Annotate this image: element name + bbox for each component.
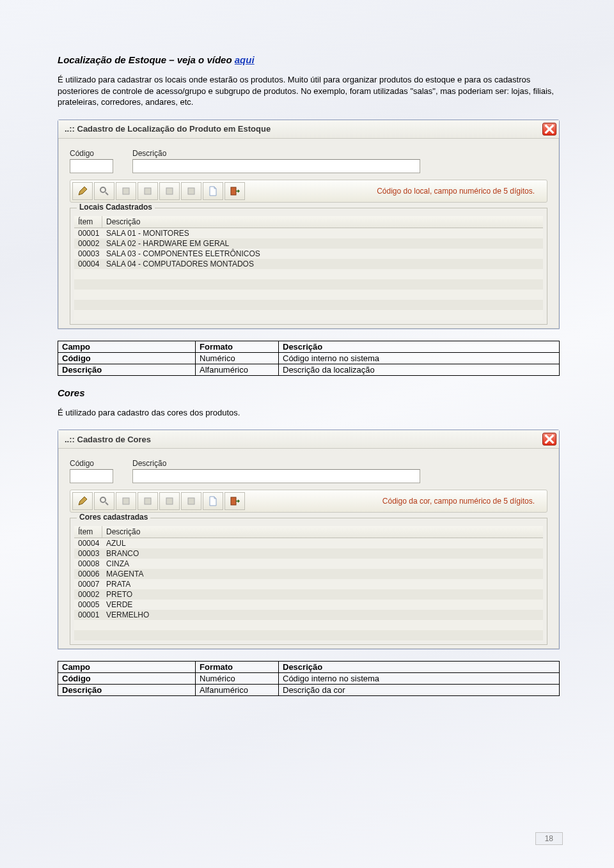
cell-item: 00003 bbox=[74, 249, 102, 259]
exit-icon bbox=[230, 496, 240, 506]
svg-rect-4 bbox=[188, 188, 194, 194]
table-row[interactable]: 00002SALA 02 - HARDWARE EM GERAL bbox=[74, 238, 543, 249]
toolbar-status: Código do local, campo numérico de 5 díg… bbox=[246, 187, 545, 196]
page-icon bbox=[208, 186, 218, 196]
input-descricao[interactable] bbox=[132, 159, 420, 173]
grid-header: Ítem Descrição bbox=[74, 526, 543, 538]
table-row-empty bbox=[74, 300, 543, 310]
svg-rect-2 bbox=[145, 188, 151, 194]
table-row[interactable]: 00001SALA 01 - MONITORES bbox=[74, 228, 543, 238]
toolbar-status: Código da cor, campo numérico de 5 dígit… bbox=[246, 497, 545, 506]
toolbar-btn-6[interactable] bbox=[181, 492, 201, 510]
input-codigo[interactable] bbox=[70, 159, 113, 173]
toolbar-btn-exit[interactable] bbox=[224, 492, 245, 510]
svg-rect-7 bbox=[123, 498, 129, 504]
toolbar-btn-3[interactable] bbox=[116, 492, 136, 510]
table-row[interactable]: 00007PRATA bbox=[74, 579, 543, 589]
table-row[interactable]: 00003BRANCO bbox=[74, 548, 543, 559]
col-item[interactable]: Ítem bbox=[74, 526, 102, 538]
svg-rect-9 bbox=[166, 498, 173, 504]
table-row[interactable]: 00002PRETO bbox=[74, 589, 543, 600]
cell-item: 00004 bbox=[74, 259, 102, 269]
toolbar-btn-5[interactable] bbox=[159, 492, 180, 510]
field-table-1: CampoFormatoDescrição CódigoNuméricoCódi… bbox=[58, 341, 560, 376]
exit-icon bbox=[230, 186, 240, 196]
window-title: ..:: Cadastro de Cores bbox=[65, 435, 151, 444]
cell-item: 00006 bbox=[74, 569, 102, 579]
video-link[interactable]: aqui bbox=[235, 54, 255, 65]
cell-desc: VERMELHO bbox=[102, 610, 543, 620]
svg-rect-5 bbox=[231, 187, 236, 195]
svg-rect-11 bbox=[231, 497, 236, 505]
toolbar-btn-3[interactable] bbox=[116, 182, 136, 200]
table-row[interactable]: 00005VERDE bbox=[74, 600, 543, 610]
square-icon bbox=[186, 496, 196, 506]
titlebar: ..:: Cadastro de Localização do Produto … bbox=[58, 120, 559, 139]
table-row[interactable]: 00008CINZA bbox=[74, 559, 543, 569]
toolbar: Código da cor, campo numérico de 5 dígit… bbox=[70, 490, 547, 513]
toolbar-btn-edit[interactable] bbox=[72, 492, 93, 510]
titlebar: ..:: Cadastro de Cores bbox=[58, 430, 559, 449]
table-row[interactable]: 00006MAGENTA bbox=[74, 569, 543, 579]
square-icon bbox=[186, 186, 196, 196]
th-campo: Campo bbox=[58, 662, 196, 673]
input-codigo[interactable] bbox=[70, 469, 113, 483]
table-row[interactable]: 00001VERMELHO bbox=[74, 610, 543, 620]
window-cadastro-cores: ..:: Cadastro de Cores Código Descrição bbox=[58, 430, 560, 649]
search-icon bbox=[99, 496, 109, 506]
close-icon bbox=[544, 124, 555, 134]
square-icon bbox=[164, 186, 175, 196]
toolbar-btn-new[interactable] bbox=[203, 492, 223, 510]
svg-point-6 bbox=[100, 497, 106, 502]
group-locais: Locais Cadastrados Ítem Descrição 00001S… bbox=[70, 208, 547, 325]
toolbar: Código do local, campo numérico de 5 díg… bbox=[70, 180, 547, 203]
td: Código interno no sistema bbox=[279, 352, 560, 364]
page-icon bbox=[208, 496, 218, 506]
cell-desc: SALA 02 - HARDWARE EM GERAL bbox=[102, 238, 543, 249]
cell-desc: CINZA bbox=[102, 559, 543, 569]
svg-point-0 bbox=[100, 187, 106, 192]
toolbar-btn-6[interactable] bbox=[181, 182, 201, 200]
table-row[interactable]: 00004SALA 04 - COMPUTADORES MONTADOS bbox=[74, 259, 543, 269]
toolbar-btn-exit[interactable] bbox=[224, 182, 245, 200]
svg-rect-3 bbox=[166, 188, 173, 194]
toolbar-btn-search[interactable] bbox=[94, 182, 114, 200]
toolbar-btn-4[interactable] bbox=[138, 182, 158, 200]
svg-rect-10 bbox=[188, 498, 194, 504]
toolbar-btn-5[interactable] bbox=[159, 182, 180, 200]
table-row-empty bbox=[74, 269, 543, 279]
input-descricao[interactable] bbox=[132, 469, 420, 483]
svg-rect-1 bbox=[123, 188, 129, 194]
cell-item: 00007 bbox=[74, 579, 102, 589]
square-icon bbox=[164, 496, 175, 506]
cell-desc: BRANCO bbox=[102, 548, 543, 559]
td: Código interno no sistema bbox=[279, 673, 560, 685]
square-icon bbox=[143, 496, 153, 506]
cell-desc: SALA 04 - COMPUTADORES MONTADOS bbox=[102, 259, 543, 269]
label-descricao: Descrição bbox=[132, 459, 420, 468]
field-table-2: CampoFormatoDescrição CódigoNuméricoCódi… bbox=[58, 661, 560, 696]
table-row[interactable]: 00004AZUL bbox=[74, 538, 543, 548]
cell-item: 00003 bbox=[74, 548, 102, 559]
td: Alfanumérico bbox=[196, 685, 279, 696]
group-legend: Cores cadastradas bbox=[77, 513, 150, 522]
th-desc: Descrição bbox=[279, 662, 560, 673]
toolbar-btn-4[interactable] bbox=[138, 492, 158, 510]
td: Código bbox=[58, 673, 196, 685]
table-row[interactable]: 00003SALA 03 - COMPONENTES ELETRÔNICOS bbox=[74, 249, 543, 259]
col-descricao[interactable]: Descrição bbox=[102, 526, 543, 538]
grid-header: Ítem Descrição bbox=[74, 216, 543, 228]
close-button[interactable] bbox=[542, 123, 556, 136]
page-number: 18 bbox=[535, 832, 563, 845]
col-item[interactable]: Ítem bbox=[74, 216, 102, 228]
section1-heading: Localização de Estoque – veja o vídeo aq… bbox=[58, 54, 560, 65]
toolbar-btn-search[interactable] bbox=[94, 492, 114, 510]
label-codigo: Código bbox=[70, 459, 113, 468]
td: Descrição da cor bbox=[279, 685, 560, 696]
td: Descrição bbox=[58, 685, 196, 696]
toolbar-btn-edit[interactable] bbox=[72, 182, 93, 200]
svg-rect-8 bbox=[145, 498, 151, 504]
col-descricao[interactable]: Descrição bbox=[102, 216, 543, 228]
close-button[interactable] bbox=[542, 433, 556, 446]
toolbar-btn-new[interactable] bbox=[203, 182, 223, 200]
